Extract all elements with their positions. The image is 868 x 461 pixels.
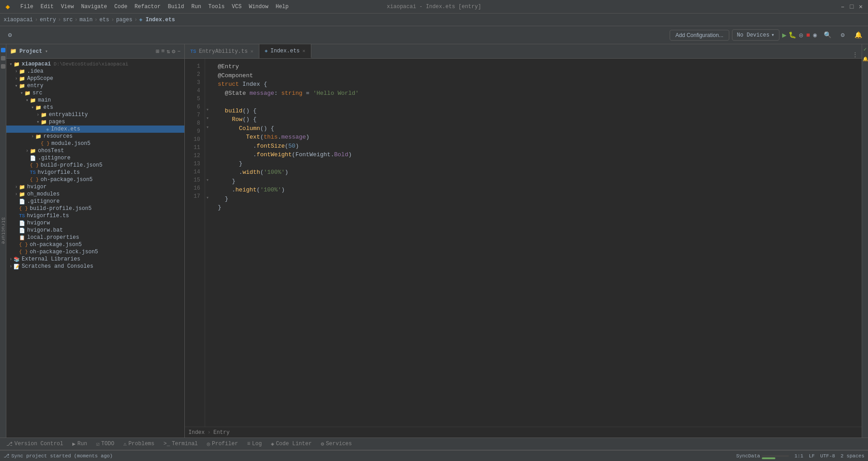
menu-window[interactable]: Window: [246, 2, 272, 11]
tab-index-ets[interactable]: ◈ Index.ets ✕: [259, 44, 311, 58]
status-vcs[interactable]: ⎇ Sync project started (moments ago): [4, 453, 113, 459]
notifications-icon[interactable]: 🔔: [863, 56, 868, 62]
tree-item-local-properties[interactable]: 📋 local.properties: [6, 234, 184, 241]
tree-item-external-libraries[interactable]: › 📚 External Libraries: [6, 256, 184, 263]
menu-run[interactable]: Run: [188, 2, 204, 11]
close-button[interactable]: ✕: [857, 3, 864, 10]
code-content[interactable]: @Entry @Component struct Index { @State …: [214, 59, 862, 427]
bottom-tab-problems[interactable]: ⚠ Problems: [119, 439, 159, 449]
bottom-tab-log[interactable]: ≡ Log: [243, 439, 267, 449]
menu-refactor[interactable]: Refactor: [131, 2, 164, 11]
bottom-tab-version-control[interactable]: ⎇ Version Control: [2, 439, 68, 449]
tree-item-module-json5[interactable]: { } module.json5: [6, 140, 184, 147]
code-editor[interactable]: 12345 678910 1112131415 1617 ▾ ▾ ▾ ▾ ▾ @…: [185, 59, 862, 427]
bread-xiaopacai[interactable]: xiaopacai: [4, 17, 33, 23]
project-icon[interactable]: [1, 48, 5, 52]
bottom-tab-services[interactable]: ⚙ Services: [316, 439, 357, 449]
tree-item-oh-package-root[interactable]: { } oh-package.json5: [6, 241, 184, 248]
profile-button[interactable]: ◎: [799, 31, 803, 39]
no-devices-dropdown[interactable]: No Devices ▾: [732, 29, 779, 41]
maximize-button[interactable]: □: [848, 3, 855, 10]
tree-item-entry[interactable]: ▾ 📁 entry: [6, 82, 184, 89]
tree-item-scratches[interactable]: › 📝 Scratches and Consoles: [6, 263, 184, 270]
stop-button[interactable]: ■: [806, 32, 810, 39]
bottom-tab-run[interactable]: ▶ Run: [68, 439, 92, 449]
project-hide-button[interactable]: –: [177, 48, 181, 55]
run-icon[interactable]: [1, 56, 5, 61]
menu-code[interactable]: Code: [111, 2, 131, 11]
toolbar-settings-button[interactable]: ⚙: [836, 29, 849, 42]
tab-entryability-ts[interactable]: TS EntryAbility.ts ✕: [185, 44, 259, 58]
status-charset[interactable]: UTF-8: [820, 453, 835, 459]
tree-item-gitignore-entry[interactable]: 📄 .gitignore: [6, 154, 184, 162]
bread-entry-label[interactable]: Entry: [213, 429, 230, 436]
bottom-tab-todo[interactable]: ☑ TODO: [92, 439, 119, 449]
bottom-tab-profiler[interactable]: ◎ Profiler: [202, 439, 243, 449]
debug-icon[interactable]: [1, 64, 5, 69]
tab-close-entryability[interactable]: ✕: [250, 48, 253, 54]
menu-edit[interactable]: Edit: [38, 2, 57, 11]
menu-help[interactable]: Help: [272, 2, 292, 11]
tree-item-main[interactable]: ▾ 📁 main: [6, 97, 184, 104]
menu-navigate[interactable]: Navigate: [78, 2, 110, 11]
menu-vcs[interactable]: VCS: [229, 2, 245, 11]
tab-more-button[interactable]: ⋮: [849, 51, 862, 58]
bread-index[interactable]: Index: [188, 429, 205, 436]
tree-item-oh-package-lock-root[interactable]: { } oh-package-lock.json5: [6, 248, 184, 256]
tree-item-build-profile-entry[interactable]: { } build-profile.json5: [6, 162, 184, 169]
notifications-button[interactable]: 🔔: [852, 29, 864, 42]
tree-item-pages[interactable]: ▾ 📁 pages: [6, 118, 184, 126]
menu-view[interactable]: View: [58, 2, 77, 11]
debug-button[interactable]: 🐛: [788, 31, 796, 39]
tree-item-xiaopacai[interactable]: ▾ 📁 xiaopacai D:\DevEcoStudio\xiaopacai: [6, 61, 184, 68]
status-encoding[interactable]: LF: [809, 453, 815, 459]
tree-item-appscope[interactable]: › 📁 AppScope: [6, 75, 184, 82]
tree-item-ohostest[interactable]: › 📁 ohosTest: [6, 147, 184, 154]
bread-ets[interactable]: ets: [99, 17, 109, 23]
minimize-button[interactable]: –: [839, 3, 846, 10]
tree-item-build-profile-root[interactable]: { } build-profile.json5: [6, 205, 184, 212]
tree-item-hvigorfile-entry[interactable]: TS hvigorfile.ts: [6, 169, 184, 176]
tree-item-resources[interactable]: › 📁 resources: [6, 133, 184, 140]
fold-marker-7[interactable]: ▾: [206, 115, 209, 121]
fold-marker-6[interactable]: ▾: [206, 107, 209, 112]
project-expand-button[interactable]: ⊞: [156, 48, 160, 55]
bread-main[interactable]: main: [80, 17, 93, 23]
coverage-button[interactable]: ◉: [813, 31, 817, 39]
project-settings-button[interactable]: ⚙: [172, 48, 175, 55]
tree-item-index-ets[interactable]: ◈ Index.ets: [6, 126, 184, 133]
tree-item-oh-modules[interactable]: › 📁 oh_modules: [6, 191, 184, 198]
tree-item-idea[interactable]: › 📁 .idea: [6, 68, 184, 75]
status-indent[interactable]: 2 spaces: [840, 453, 864, 459]
fold-marker-14[interactable]: ▾: [206, 177, 209, 183]
bottom-tab-code-linter[interactable]: ◈ Code Linter: [266, 439, 316, 449]
search-everywhere-button[interactable]: 🔍: [821, 29, 834, 42]
tree-item-ets[interactable]: ▾ 📁 ets: [6, 104, 184, 111]
add-configuration-button[interactable]: Add Configuration...: [670, 30, 729, 41]
bottom-tab-terminal[interactable]: >_ Terminal: [159, 439, 202, 449]
bread-src[interactable]: src: [63, 17, 73, 23]
bread-entry[interactable]: entry: [40, 17, 56, 23]
tree-item-oh-package-entry[interactable]: { } oh-package.json5: [6, 176, 184, 183]
run-button[interactable]: ▶: [782, 31, 787, 40]
bread-file[interactable]: Index.ets: [145, 17, 175, 23]
tree-item-src[interactable]: ▾ 📁 src: [6, 89, 184, 97]
tree-item-entryability[interactable]: › 📁 entryability: [6, 111, 184, 118]
tree-item-hvigor[interactable]: › 📁 hvigor: [6, 183, 184, 191]
fold-marker-8[interactable]: ▾: [206, 124, 209, 130]
status-position[interactable]: 1:1: [794, 453, 803, 459]
tree-item-hvigorw-bat[interactable]: 📄 hvigorw.bat: [6, 227, 184, 234]
bread-pages[interactable]: pages: [116, 17, 132, 23]
project-collapse-button[interactable]: ≡: [161, 48, 165, 55]
status-sync-data[interactable]: SyncData: [736, 453, 789, 459]
menu-tools[interactable]: Tools: [205, 2, 228, 11]
tree-item-gitignore-root[interactable]: 📄 .gitignore: [6, 198, 184, 205]
menu-file[interactable]: File: [17, 2, 37, 11]
settings-icon[interactable]: ⚙: [4, 29, 16, 42]
fold-marker-16[interactable]: ▾: [206, 195, 209, 200]
tab-close-index[interactable]: ✕: [302, 48, 305, 54]
tree-item-hvigorfile-root[interactable]: TS hvigorfile.ts: [6, 212, 184, 219]
menu-build[interactable]: Build: [164, 2, 187, 11]
tree-item-hvigorw[interactable]: 📄 hvigorw: [6, 219, 184, 227]
project-sort-button[interactable]: ⇅: [167, 48, 170, 55]
